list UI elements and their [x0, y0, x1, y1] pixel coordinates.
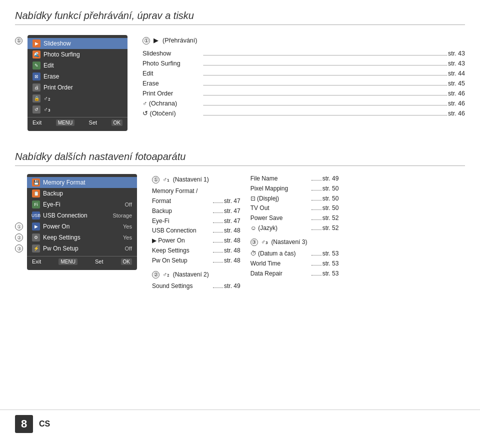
- ref-page-s2c3: str. 52: [322, 214, 339, 224]
- ref-label-s2c1: Keep Settings: [152, 246, 212, 256]
- number-column: ①②③: [15, 174, 22, 254]
- ref-dots: [204, 85, 447, 86]
- settings-menu: 💾 Memory Format 📋 Backup Fi Eye-Fi Off U…: [27, 174, 137, 270]
- menu-icon-2: MENU: [58, 258, 77, 265]
- ref-dots-s2c1: [213, 222, 223, 223]
- col3-subheader: ③ ♂₃ (Nastavení 3): [250, 236, 339, 248]
- menu-item-label: Slideshow: [44, 40, 122, 47]
- menu-item-label-s2: Eye-Fi: [43, 201, 122, 208]
- ref-label-s2c2: Sound Settings: [152, 282, 212, 292]
- section-settings: ①②③ 💾 Memory Format 📋 Backup Fi Eye-Fi O…: [15, 174, 465, 292]
- ref-label-s2c1: Format: [152, 196, 212, 206]
- ref-label-s2c3: ⊡ (Displej): [250, 194, 310, 204]
- ref-label-s2c4: Data Repair: [250, 269, 310, 279]
- menu-item-icon: 🖨: [32, 84, 40, 92]
- menu-item-s2: 📋 Backup: [27, 188, 137, 199]
- ref-line-s2c1: Backup str. 47: [152, 206, 240, 216]
- ref-page: str. 46: [448, 98, 465, 108]
- ref-label-s2c1: Backup: [152, 206, 212, 216]
- language-label: CS: [39, 420, 50, 428]
- ref-line-s2c1: Eye-Fi str. 47: [152, 216, 240, 226]
- number-row: ③: [15, 243, 22, 254]
- menu-item-value-s2: Yes: [123, 234, 132, 240]
- col2-content: File Name str. 49 Pixel Mapping str. 50 …: [250, 174, 339, 292]
- ref-dots-s2c1: [213, 202, 223, 203]
- bottom-bar: 8 CS: [0, 410, 480, 438]
- number-row: [15, 177, 22, 188]
- ref-dots: [204, 65, 447, 66]
- menu-item: ⊠ Erase: [28, 71, 128, 82]
- circle-1-s2: ①: [15, 222, 23, 230]
- ref-page: str. 45: [448, 78, 465, 88]
- section1-left: ① ▶ Slideshow 🌊 Photo Surfing ✎ Edit ⊠ E…: [15, 35, 128, 131]
- menu-item-icon: ⊠: [32, 72, 40, 80]
- menu-item-value-s2: Yes: [123, 224, 132, 230]
- ref-label-s2c3: File Name: [250, 174, 310, 184]
- ref-page-s2c3: str. 52: [322, 224, 339, 234]
- ref-dots-s2c3: [312, 230, 322, 230]
- ref-line: Edit str. 44: [142, 68, 465, 78]
- ref-dots-s2c1: [213, 232, 223, 232]
- ref-page: str. 46: [448, 88, 465, 98]
- ref-label: Photo Surfing: [142, 58, 202, 68]
- ref-page-s2c4: str. 53: [322, 259, 339, 269]
- menu-item-icon-s2: USB: [32, 212, 40, 220]
- menu-item-value-s2: Off: [125, 202, 132, 208]
- ref-line-s2c1: Format str. 47: [152, 196, 240, 206]
- ref-line-s2c1: Pw On Setup str. 48: [152, 256, 240, 266]
- section2-refs: ① ♂₁ (Nastavení 1) Memory Format / Forma…: [152, 174, 465, 292]
- ref-dots-s2c1: [213, 262, 223, 262]
- menu-item-icon-s2: 📋: [32, 190, 40, 198]
- ref-page-s2c3: str. 49: [322, 174, 339, 184]
- menu-item-label-s2: Keep Settings: [43, 234, 120, 241]
- ref-dots: [204, 105, 447, 106]
- ref-page-s2c4: str. 53: [322, 269, 339, 279]
- ref-dots-s2c3: [312, 200, 322, 200]
- col1-content: ① ♂₁ (Nastavení 1) Memory Format / Forma…: [152, 174, 240, 292]
- page-number: 8: [15, 415, 33, 433]
- ref-dots: [204, 55, 447, 56]
- ref-page: str. 43: [448, 48, 465, 58]
- menu-item-s2: ▶ Power On Yes: [27, 221, 137, 232]
- section1-refs: ① ▶ (Přehrávání) Slideshow str. 43 Photo…: [142, 35, 465, 131]
- ref-dots-s2c1: [213, 212, 223, 213]
- number-row: [15, 210, 22, 221]
- ref-dots-s2c4: [312, 265, 322, 266]
- menu-footer-2: Exit MENU Set OK: [27, 256, 137, 267]
- menu-item-icon-s2: ⚡: [32, 244, 40, 252]
- ref-label-s2c3: TV Out: [250, 204, 310, 214]
- ref-page: str. 46: [448, 108, 465, 118]
- menu-item-label-s2: Memory Format: [43, 179, 132, 186]
- menu-item-s2: ⚙ Keep Settings Yes: [27, 232, 137, 243]
- ref-line-s2c1: ▶ Power On str. 48: [152, 236, 240, 246]
- ref-label: Erase: [142, 78, 202, 88]
- ref-dots-s2c3: [312, 190, 322, 190]
- number-row: ②: [15, 232, 22, 243]
- ref-page-s2c4: str. 53: [322, 249, 339, 259]
- menu-item-icon: ✎: [32, 62, 40, 70]
- ref-line-s2c1: Keep Settings str. 48: [152, 246, 240, 256]
- menu-icon: MENU: [56, 120, 74, 126]
- menu-item-label-s2: Backup: [43, 190, 132, 197]
- menu-item-label: Edit: [44, 62, 122, 69]
- menu-item-label: Photo Surfing: [44, 51, 122, 58]
- ref-label-s2c4: ⏱ (Datum a čas): [250, 249, 310, 259]
- ref-label-s2c3: Power Save: [250, 214, 310, 224]
- menu-item-label: Print Order: [44, 84, 122, 91]
- ref-label-s2c4: World Time: [250, 259, 310, 269]
- circle-2-s2: ②: [15, 234, 23, 242]
- circle-3-s2: ③: [15, 244, 23, 252]
- ref-dots: [204, 115, 447, 116]
- menu-item-label: ♂₃: [44, 106, 122, 113]
- ref-dots-s2c3: [312, 220, 322, 220]
- page-title-2: Nabídky dalších nastavení fotoaparátu: [15, 151, 465, 166]
- menu-item-icon: 🌊: [32, 50, 40, 58]
- menu-item-s2: 💾 Memory Format: [27, 177, 137, 188]
- ref-line-s2c3: ⊡ (Displej) str. 50: [250, 194, 339, 204]
- ref-header-text: (Přehrávání): [162, 37, 197, 44]
- ref-page-s2c1: str. 48: [224, 226, 240, 236]
- menu-item: 🖨 Print Order: [28, 82, 128, 93]
- set-label-2: Set: [95, 258, 104, 265]
- number-row: [15, 199, 22, 210]
- ref-label: ↺ (Otočení): [142, 108, 202, 118]
